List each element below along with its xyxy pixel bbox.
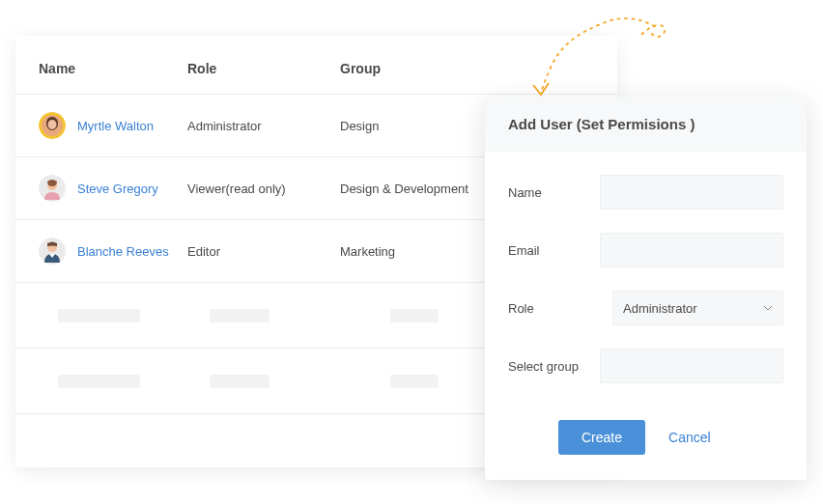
user-role: Viewer(read only) [187,182,340,196]
svg-point-2 [48,120,57,129]
column-header-role: Role [187,61,340,76]
name-label: Name [508,185,600,200]
chevron-down-icon [763,303,773,313]
modal-header: Add User (Set Permisions ) [485,97,807,152]
email-field[interactable] [600,233,783,267]
skeleton-placeholder [210,309,270,322]
user-name-link[interactable]: Steve Gregory [77,182,158,196]
user-group: Design & Development [340,182,495,196]
skeleton-placeholder [58,309,140,322]
role-select[interactable]: Administrator [612,291,783,325]
cancel-button[interactable]: Cancel [668,430,711,445]
modal-footer: Create Cancel [535,414,807,480]
create-button[interactable]: Create [558,420,645,455]
column-header-name: Name [39,61,187,76]
add-user-modal: Add User (Set Permisions ) Name Email Ro… [485,97,807,480]
role-select-value: Administrator [623,301,697,316]
user-role: Editor [187,244,340,259]
skeleton-placeholder [58,375,140,388]
avatar [39,175,66,202]
user-group: Marketing [340,244,495,259]
avatar [39,112,66,139]
name-field[interactable] [600,175,783,210]
skeleton-placeholder [390,375,439,388]
avatar [39,238,66,265]
skeleton-placeholder [210,375,270,388]
modal-body: Name Email Role Administrator Select gro… [485,152,807,414]
group-label: Select group [508,359,600,374]
skeleton-placeholder [390,309,439,322]
role-label: Role [508,301,612,316]
user-role: Administrator [187,119,340,133]
group-field[interactable] [600,349,783,383]
modal-title: Add User (Set Permisions ) [508,116,783,132]
table-header: Name Role Group [15,36,617,94]
user-name-link[interactable]: Myrtle Walton [77,119,154,133]
user-name-link[interactable]: Blanche Reeves [77,244,169,259]
user-group: Design [340,119,495,133]
column-header-group: Group [340,61,495,76]
email-label: Email [508,243,600,258]
